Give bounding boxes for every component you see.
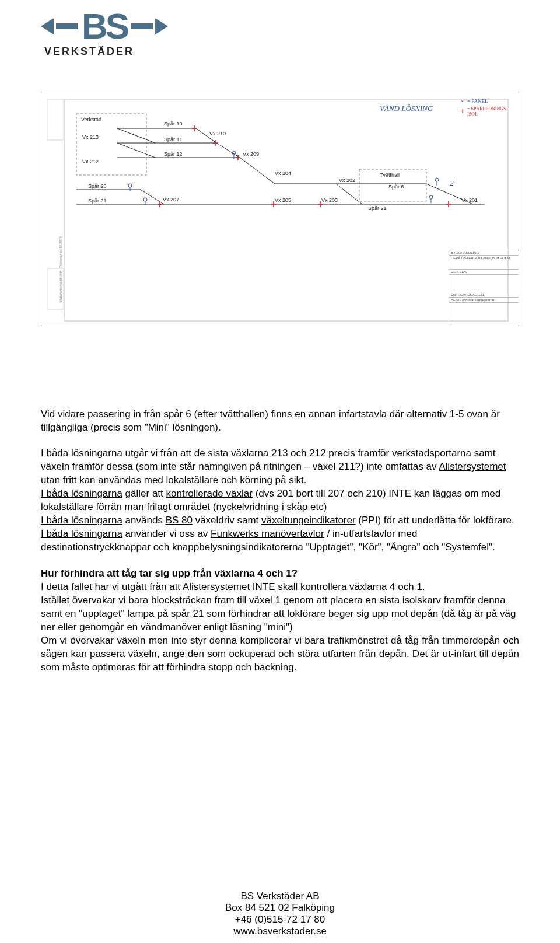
label-vx201: Vx 201	[461, 197, 478, 203]
label-two: 2	[450, 179, 454, 187]
label-spar20: Spår 20	[88, 183, 107, 189]
para1: Vid vidare passering in från spår 6 (eft…	[41, 408, 519, 435]
tb-l5: BEST- och Markentreprenad	[449, 298, 519, 303]
label-tvatthall: Tvätthall	[380, 172, 400, 178]
label-vx210: Vx 210	[209, 131, 226, 137]
label-vx203: Vx 203	[321, 197, 338, 203]
label-vx202: Vx 202	[339, 177, 355, 183]
para8: Om vi övervakar växeln men inte styr den…	[41, 634, 519, 675]
label-vx213: Vx 213	[82, 134, 99, 140]
label-spar6: Spår 6	[388, 184, 404, 190]
svg-point-34	[128, 184, 132, 187]
track-svg: Verkstad Vx 213 Vx 212 Tvätthall	[41, 93, 520, 327]
svg-rect-3	[76, 114, 146, 175]
svg-point-42	[435, 178, 439, 181]
legend-panel-text: = PANEL	[467, 98, 488, 104]
para6: I detta fallet har vi utgått från att Al…	[41, 581, 519, 594]
legend-iso-icon: +	[460, 107, 465, 116]
logo-arrow-right-icon	[155, 18, 168, 34]
label-spar10: Spår 10	[164, 121, 183, 127]
svg-line-12	[240, 158, 275, 184]
svg-point-36	[144, 198, 147, 201]
page-footer: BS Verkstäder AB Box 84 521 02 Falköping…	[0, 890, 560, 937]
logo-arrow-left-icon	[41, 18, 54, 34]
label-spar12: Spår 12	[164, 151, 183, 157]
document-body: Vid vidare passering in från spår 6 (eft…	[41, 408, 519, 675]
label-vx207: Vx 207	[163, 197, 179, 202]
svg-rect-0	[65, 99, 508, 321]
svg-line-8	[117, 143, 155, 158]
logo: BS VERKSTÄDER	[41, 12, 519, 58]
logo-subtitle: VERKSTÄDER	[44, 46, 519, 58]
para2: I båda lösningarna utgår vi från att de …	[41, 447, 519, 487]
diagram-legend: ⚬ = PANEL + = SPÅRLEDNINGS-ISOL	[460, 98, 516, 119]
svg-point-40	[429, 195, 433, 199]
label-verkstad: Verkstad	[81, 117, 102, 123]
legend-panel-icon: ⚬	[460, 98, 465, 104]
label-spar21: Spår 21	[88, 198, 107, 204]
tb-l3: REJLERS	[449, 270, 519, 275]
para4: I båda lösningarna används BS 80 växeldr…	[41, 514, 519, 528]
heading-question: Hur förhindra att tåg tar sig upp från v…	[41, 567, 519, 581]
footer-company: BS Verkstäder AB	[0, 890, 560, 902]
svg-line-6	[117, 128, 155, 143]
svg-line-11	[216, 143, 240, 158]
footer-phone: +46 (0)515-72 17 80	[0, 914, 560, 925]
logo-bar-left	[56, 23, 78, 29]
logo-bar-right	[131, 23, 153, 29]
svg-line-14	[336, 184, 362, 204]
para7: Istället övervakar vi bara blocksträckan…	[41, 594, 519, 634]
label-vx205: Vx 205	[275, 197, 291, 203]
tb-l4: ENTREPRENAD 121	[449, 292, 519, 298]
footer-address: Box 84 521 02 Falköping	[0, 902, 560, 914]
svg-rect-1	[47, 99, 64, 140]
logo-bs-text: BS	[82, 12, 127, 41]
label-vx209: Vx 209	[243, 151, 259, 157]
tb-l2: DEPÅ ÖSTERGÖTLAND, BOXHOLM	[449, 256, 519, 270]
track-diagram: Verkstad Vx 213 Vx 212 Tvätthall	[41, 93, 519, 326]
footer-web: www.bsverkstader.se	[0, 925, 560, 937]
svg-line-18	[141, 190, 164, 204]
diagram-side-note: Nödutfartsväg till drift · Placerad av M…	[59, 236, 62, 303]
para3: I båda lösningarna gäller att kontroller…	[41, 487, 519, 514]
label-vx204: Vx 204	[275, 170, 291, 176]
label-spar11: Spår 11	[164, 137, 183, 142]
para5: I båda lösningarna använder vi oss av Fu…	[41, 528, 519, 554]
tb-l1: BYGGHANDLING	[449, 250, 519, 256]
diagram-handwritten-title: VÄND LÖSNING	[380, 104, 433, 113]
legend-iso-text: = SPÅRLEDNINGS-ISOL	[467, 106, 516, 117]
label-spar21b: Spår 21	[368, 205, 387, 211]
diagram-titleblock: BYGGHANDLING DEPÅ ÖSTERGÖTLAND, BOXHOLM …	[449, 250, 519, 326]
label-vx212: Vx 212	[82, 159, 99, 165]
